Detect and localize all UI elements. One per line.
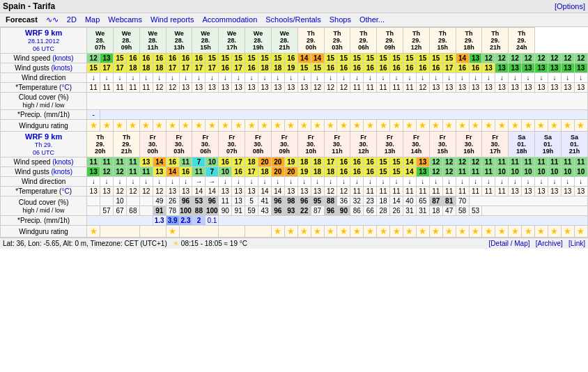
- wd-31: ↓: [482, 73, 495, 83]
- wg2-5: 11: [139, 167, 153, 177]
- cloud-row1: Cloud cover (%)high / mid / low: [1, 93, 588, 110]
- t-18: 12: [311, 83, 324, 93]
- model2-link[interactable]: WRF 9 km: [25, 132, 62, 141]
- wd-17: ↓: [297, 73, 311, 83]
- wg2-29: 11: [456, 167, 469, 177]
- r2-18: ★: [311, 226, 324, 238]
- wg-35: 13: [535, 63, 548, 73]
- wg-23: 16: [377, 63, 390, 73]
- day-th-03: Th29.03h: [324, 28, 350, 54]
- precip-label2: *Precip. (mm/1h): [1, 216, 87, 226]
- tab-wave[interactable]: ∿∿: [42, 14, 63, 26]
- wg2-36: 10: [548, 167, 561, 177]
- cl-12: 91: [232, 206, 245, 216]
- r-14: ★: [258, 120, 272, 132]
- day-th-21: Th29.21h: [482, 28, 509, 54]
- ws2-8: 11: [179, 157, 192, 167]
- nav-tabs: Forecast ∿∿ 2D Map Webcams Wind reports …: [0, 13, 588, 27]
- t-22: 11: [364, 83, 377, 93]
- wd2-16: ↓: [284, 177, 297, 187]
- tab-map[interactable]: Map: [81, 14, 104, 26]
- r-38: ★: [574, 120, 587, 132]
- tab-forecast[interactable]: Forecast: [1, 14, 42, 26]
- t2-13: 13: [245, 187, 258, 196]
- model2-date: Th 29.: [35, 141, 53, 148]
- day-we-17: We28.17h: [219, 28, 245, 54]
- wind-speed-row1: Wind speed (knots) 12 13 15 16 16 16 16 …: [1, 54, 588, 63]
- r-15: ★: [271, 120, 284, 132]
- t-13: 13: [245, 83, 258, 93]
- wd2-27: ↓: [429, 177, 442, 187]
- ch-15: 96: [271, 196, 284, 206]
- tab-2d[interactable]: 2D: [63, 14, 81, 26]
- t2-20: 12: [337, 187, 350, 196]
- wg2-12: 16: [232, 167, 245, 177]
- ws-4: 16: [126, 54, 139, 63]
- tab-other[interactable]: Other...: [355, 14, 389, 26]
- wg-15: 18: [271, 63, 284, 73]
- detail-map-link[interactable]: [Detail / Map]: [489, 240, 530, 247]
- wind-gusts-label2: Wind gusts (knots): [1, 167, 87, 177]
- wg-1: 15: [87, 63, 100, 73]
- ws-2: 13: [100, 54, 114, 63]
- temp-label2: *Temperature (°C): [1, 187, 87, 196]
- cl-18: 87: [311, 206, 324, 216]
- wg2-34: 10: [522, 167, 535, 177]
- t2-37: 13: [561, 187, 574, 196]
- t-17: 13: [297, 83, 311, 93]
- wd2-12: ↓: [232, 177, 245, 187]
- tab-webcams[interactable]: Webcams: [104, 14, 146, 26]
- tab-shops[interactable]: Shops: [325, 14, 355, 26]
- day-we-07: We28.07h: [87, 28, 114, 54]
- sun-icon: ☀: [173, 240, 179, 247]
- tab-accommodation[interactable]: Accommodation: [198, 14, 261, 26]
- precip-data: [100, 110, 588, 120]
- ws2-21: 16: [350, 157, 364, 167]
- ws-23: 15: [377, 54, 390, 63]
- tab-schools[interactable]: Schools/Rentals: [261, 14, 325, 26]
- ws-10: 15: [206, 54, 219, 63]
- day-th-06: Th29.06h: [350, 28, 377, 54]
- r-24: ★: [390, 120, 403, 132]
- wd2-7: ↓: [166, 177, 179, 187]
- s2-fr-07: Fr30.07h: [219, 132, 245, 157]
- wind-speed-label: Wind speed (knots): [1, 54, 87, 63]
- t2-14: 14: [258, 187, 272, 196]
- p2-7: 3.9: [166, 216, 179, 226]
- cl-24: 26: [390, 206, 403, 216]
- r2-7: ★: [166, 226, 179, 238]
- t2-30: 11: [469, 187, 482, 196]
- ws-18: 14: [311, 54, 324, 63]
- model1-link[interactable]: WRF 9 km: [25, 29, 62, 37]
- wd2-5: ↓: [139, 177, 153, 187]
- s2-fr-12: Fr30.12h: [350, 132, 377, 157]
- wg2-4: 11: [126, 167, 139, 177]
- archive-link[interactable]: [Archive]: [536, 240, 563, 247]
- wg2-15: 20: [271, 167, 284, 177]
- link-link[interactable]: [Link]: [568, 240, 585, 247]
- cl-25: 31: [403, 206, 416, 216]
- t-16: 13: [284, 83, 297, 93]
- t2-2: 13: [100, 187, 114, 196]
- wd-23: ↓: [377, 73, 390, 83]
- wg-31: 13: [482, 63, 495, 73]
- tab-wind-reports[interactable]: Wind reports: [146, 14, 198, 26]
- r-4: ★: [126, 120, 139, 132]
- wg-30: 16: [469, 63, 482, 73]
- cl-6: 91: [153, 206, 166, 216]
- options-link[interactable]: [Options]: [555, 2, 585, 10]
- wg-19: 16: [324, 63, 337, 73]
- ws-16: 16: [284, 54, 297, 63]
- r-21: ★: [350, 120, 364, 132]
- t-23: 11: [377, 83, 390, 93]
- wd2-31: ↓: [482, 177, 495, 187]
- ws2-24: 15: [390, 157, 403, 167]
- r-27: ★: [429, 120, 442, 132]
- wg-16: 19: [284, 63, 297, 73]
- day-th-18: Th29.18h: [456, 28, 482, 54]
- ws2-2: 11: [100, 157, 114, 167]
- r2-37: ★: [561, 226, 574, 238]
- wg2-1: 13: [87, 167, 100, 177]
- title-bar: Spain - Tarifa [Options]: [0, 0, 588, 13]
- wd2-15: ↓: [271, 177, 284, 187]
